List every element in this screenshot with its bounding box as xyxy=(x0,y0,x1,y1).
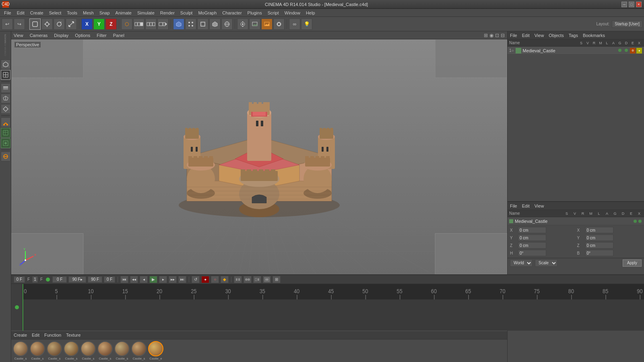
input-z-pos[interactable] xyxy=(518,242,546,249)
viewport-menu-display[interactable]: Display xyxy=(54,33,68,38)
viewport-icon-settings[interactable]: ◉ xyxy=(489,33,493,38)
keyframe-button-tl[interactable]: ◆ xyxy=(221,276,229,283)
mode-move-button[interactable] xyxy=(41,19,53,30)
transform-mode-select[interactable]: Scale xyxy=(535,259,557,267)
render-settings-button[interactable] xyxy=(273,19,285,30)
apply-button[interactable]: Apply xyxy=(623,259,642,267)
cube-mode-button[interactable] xyxy=(173,19,184,30)
viewport-menu-options[interactable]: Options xyxy=(75,33,90,38)
playback-button[interactable] xyxy=(157,19,169,30)
viewport-menu-filter[interactable]: Filter xyxy=(97,33,106,38)
obj-render-dot[interactable] xyxy=(623,49,630,53)
coord-menu-view[interactable]: View xyxy=(535,204,544,208)
menu-item-sculpt[interactable]: Sculpt xyxy=(178,10,195,16)
prev-keyframe-button[interactable]: ◂ xyxy=(140,276,148,283)
obj-menu-edit[interactable]: Edit xyxy=(522,33,530,38)
undo-button[interactable]: ↩ xyxy=(2,19,13,30)
polygon-mode-button[interactable] xyxy=(209,19,221,30)
obj-menu-tags[interactable]: Tags xyxy=(569,33,578,38)
left-tool-model[interactable] xyxy=(1,60,10,69)
record-button[interactable]: ● xyxy=(201,276,209,283)
menu-item-edit[interactable]: Edit xyxy=(14,10,27,16)
light-button[interactable]: 💡 xyxy=(301,19,312,30)
snap-button[interactable] xyxy=(237,19,248,30)
fps-input[interactable] xyxy=(32,276,38,283)
input-h[interactable] xyxy=(518,250,546,256)
coord-object-row[interactable]: Medieval_Castle xyxy=(508,217,644,225)
menu-item-render[interactable]: Render xyxy=(158,10,177,16)
timeline-ruler-area[interactable]: 0 5 10 15 20 25 xyxy=(23,284,644,331)
obj-tag-yellow[interactable]: ● xyxy=(636,48,642,53)
obj-menu-view[interactable]: View xyxy=(535,33,544,38)
next-keyframe-button[interactable]: ▸ xyxy=(159,276,167,283)
points-mode-button[interactable] xyxy=(185,19,196,30)
redo-button[interactable]: ↪ xyxy=(14,19,25,30)
obj-menu-file[interactable]: File xyxy=(510,33,517,38)
material-item-4[interactable]: Castle_s xyxy=(80,341,96,360)
timeline-mode-btn3[interactable] xyxy=(253,276,261,283)
menu-item-animate[interactable]: Animate xyxy=(113,10,134,16)
left-tool-layer2[interactable] xyxy=(1,94,10,103)
y-axis-button[interactable]: Y xyxy=(93,19,105,30)
coord-menu-edit[interactable]: Edit xyxy=(522,204,530,208)
left-tool-layer3[interactable] xyxy=(1,104,10,114)
record-button[interactable] xyxy=(145,19,157,30)
frame-current-input[interactable] xyxy=(14,276,25,283)
left-tool-floor[interactable] xyxy=(1,152,10,161)
layout-selector[interactable]: Startup [User] xyxy=(612,21,642,28)
coord-system-select[interactable]: World xyxy=(510,259,533,267)
viewport-menu-view[interactable]: View xyxy=(14,33,23,38)
menu-item-character[interactable]: Character xyxy=(220,10,244,16)
input-y-size[interactable] xyxy=(585,234,613,241)
obj-visibility-dot[interactable] xyxy=(617,49,623,53)
menu-item-select[interactable]: Select xyxy=(47,10,64,16)
obj-menu-objects[interactable]: Objects xyxy=(549,33,564,38)
input-y-pos[interactable] xyxy=(518,234,546,241)
mode-select-button[interactable] xyxy=(29,19,41,30)
frame-end-input[interactable] xyxy=(88,276,102,283)
frame-current-right-input[interactable] xyxy=(104,276,115,283)
auto-record-button[interactable]: ○ xyxy=(211,276,219,283)
menu-item-mesh[interactable]: Mesh xyxy=(80,10,96,16)
viewport-menu-cameras[interactable]: Cameras xyxy=(30,33,48,38)
obj-menu-bookmarks[interactable]: Bookmarks xyxy=(583,33,605,38)
coord-menu-file[interactable]: File xyxy=(510,204,517,208)
close-button[interactable]: ✕ xyxy=(636,2,642,7)
edge-mode-button[interactable] xyxy=(197,19,208,30)
mat-menu-function[interactable]: Function xyxy=(44,333,61,337)
menu-item-simulate[interactable]: Simulate xyxy=(135,10,157,16)
mode-rotate-button[interactable] xyxy=(54,19,65,30)
frame-end-display-input[interactable] xyxy=(68,276,86,283)
frame-start-input[interactable] xyxy=(52,276,67,283)
material-item-5[interactable]: Castle_s xyxy=(97,341,113,360)
input-x-pos[interactable] xyxy=(518,227,546,233)
menu-item-snap[interactable]: Snap xyxy=(97,10,112,16)
timeline-mode-btn1[interactable] xyxy=(234,276,242,283)
mat-menu-texture[interactable]: Texture xyxy=(66,333,80,337)
mat-menu-create[interactable]: Create xyxy=(14,333,27,337)
uv-mode-button[interactable] xyxy=(221,19,233,30)
input-x-size[interactable] xyxy=(585,227,613,233)
left-tool-sculpt[interactable] xyxy=(1,117,10,127)
menu-item-help[interactable]: Help xyxy=(303,10,318,16)
material-item-7[interactable]: Castle_s xyxy=(131,341,147,360)
viewport-icon-expand[interactable]: ⊡ xyxy=(495,33,499,38)
loop-button[interactable]: ↺ xyxy=(192,276,200,283)
left-tool-extra[interactable] xyxy=(1,138,10,148)
menu-item-mograph[interactable]: MoGraph xyxy=(196,10,219,16)
go-start-button[interactable]: ⏮ xyxy=(120,276,128,283)
viewport-icon-more[interactable]: ⊟ xyxy=(501,33,505,38)
menu-item-plugins[interactable]: Plugins xyxy=(245,10,264,16)
menu-item-script[interactable]: Script xyxy=(265,10,281,16)
next-frame-button[interactable]: ▸▸ xyxy=(169,276,177,283)
x-axis-button[interactable]: X xyxy=(81,19,93,30)
menu-item-file[interactable]: File xyxy=(2,10,14,16)
viewport-menu-panel[interactable]: Panel xyxy=(113,33,124,38)
object-row-medieval-castle[interactable]: 1○ Medieval_Castle ⚙ ● xyxy=(508,47,644,55)
object-mode-button[interactable]: ⬡ xyxy=(121,19,132,30)
window-controls[interactable]: ─ □ ✕ xyxy=(621,2,642,7)
viewport[interactable]: Perspective X Y Z xyxy=(11,39,507,274)
left-tool-grid[interactable] xyxy=(1,70,10,80)
menu-item-create[interactable]: Create xyxy=(28,10,46,16)
viewport-icon-plus[interactable]: ⊞ xyxy=(484,33,488,38)
